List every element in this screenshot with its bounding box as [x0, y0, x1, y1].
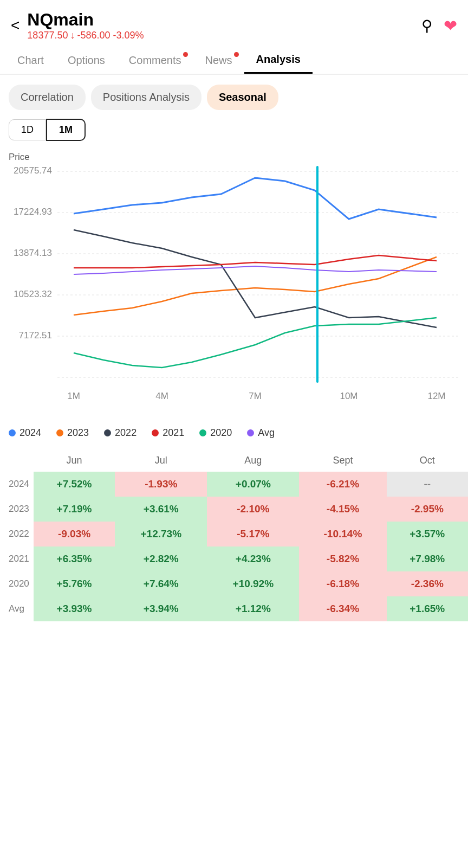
table-row: 2020+5.76%+7.64%+10.92%-6.18%-2.36% — [0, 571, 468, 596]
legend-dot-2021 — [152, 429, 159, 436]
table-row: 2023+7.19%+3.61%-2.10%-4.15%-2.95% — [0, 497, 468, 522]
subtab-positions-analysis[interactable]: Positions Analysis — [91, 85, 202, 110]
chart-wrap: .grid-line { stroke: #e0e0e0; stroke-wid… — [9, 166, 459, 417]
legend-label-2021: 2021 — [162, 427, 184, 439]
legend-2024: 2024 — [9, 427, 41, 439]
table-cell-value: +6.35% — [34, 546, 115, 571]
seasonal-chart: .grid-line { stroke: #e0e0e0; stroke-wid… — [9, 166, 458, 415]
table-cell-value: -6.34% — [299, 596, 386, 621]
tab-news[interactable]: News — [193, 48, 244, 73]
table-cell-value: -5.17% — [207, 522, 299, 546]
table-cell-value: +7.64% — [115, 571, 207, 596]
comments-dot — [183, 52, 188, 57]
header-title-block: NQmain 18377.50 ↓ -586.00 -3.09% — [27, 10, 144, 41]
col-header-year — [0, 449, 34, 472]
table-cell-value: +10.92% — [207, 571, 299, 596]
table-row: 2024+7.52%-1.93%+0.07%-6.21%-- — [0, 472, 468, 497]
table-row: 2022-9.03%+12.73%-5.17%-10.14%+3.57% — [0, 522, 468, 546]
table-cell-value: +3.57% — [387, 522, 468, 546]
table-cell-value: +1.65% — [387, 596, 468, 621]
search-icon[interactable]: ⚲ — [421, 17, 433, 35]
price-arrow: ↓ — [70, 30, 75, 41]
table-row: Avg+3.93%+3.94%+1.12%-6.34%+1.65% — [0, 596, 468, 621]
chart-container: Price .grid-line { stroke: #e0e0e0; stro… — [0, 146, 468, 417]
tab-chart[interactable]: Chart — [5, 48, 56, 73]
table-cell-value: +7.52% — [34, 472, 115, 497]
legend-label-2020: 2020 — [210, 427, 232, 439]
table-cell-year: 2023 — [0, 497, 34, 522]
tab-options[interactable]: Options — [56, 48, 117, 73]
chart-price-label: Price — [9, 152, 459, 163]
table-cell-value: +3.61% — [115, 497, 207, 522]
header-right: ⚲ ❤ — [421, 16, 457, 35]
legend-label-2022: 2022 — [115, 427, 136, 439]
time-buttons: 1D 1M — [0, 115, 468, 146]
table-cell-year: 2020 — [0, 571, 34, 596]
table-cell-value: +1.12% — [207, 596, 299, 621]
legend-2022: 2022 — [104, 427, 136, 439]
table-cell-year: 2022 — [0, 522, 34, 546]
legend: 2024 2023 2022 2021 2020 Avg — [0, 417, 468, 444]
col-header-aug: Aug — [207, 449, 299, 472]
legend-2021: 2021 — [152, 427, 184, 439]
svg-text:7M: 7M — [249, 391, 262, 401]
news-dot — [234, 52, 239, 57]
tab-comments[interactable]: Comments — [117, 48, 193, 73]
svg-text:17224.93: 17224.93 — [14, 207, 52, 217]
subtab-seasonal[interactable]: Seasonal — [207, 85, 278, 110]
table-cell-value: +4.23% — [207, 546, 299, 571]
table-cell-value: -9.03% — [34, 522, 115, 546]
legend-avg: Avg — [247, 427, 275, 439]
table-row: 2021+6.35%+2.82%+4.23%-5.82%+7.98% — [0, 546, 468, 571]
table-cell-value: -6.18% — [299, 571, 386, 596]
table-cell-year: Avg — [0, 596, 34, 621]
legend-label-avg: Avg — [258, 427, 275, 439]
table-cell-value: +5.76% — [34, 571, 115, 596]
price-change: -586.00 -3.09% — [77, 30, 144, 41]
time-1d[interactable]: 1D — [9, 119, 46, 140]
stock-title: NQmain — [27, 10, 144, 30]
col-header-sept: Sept — [299, 449, 386, 472]
table-cell-value: -10.14% — [299, 522, 386, 546]
table-cell-value: +0.07% — [207, 472, 299, 497]
table-cell-value: +3.94% — [115, 596, 207, 621]
legend-dot-2024 — [9, 429, 16, 436]
tab-analysis[interactable]: Analysis — [244, 47, 313, 74]
svg-text:4M: 4M — [155, 391, 168, 401]
time-1m[interactable]: 1M — [46, 119, 86, 141]
svg-rect-16 — [316, 166, 318, 383]
table-cell-value: -2.95% — [387, 497, 468, 522]
table-cell-value: +12.73% — [115, 522, 207, 546]
col-header-jul: Jul — [115, 449, 207, 472]
table-cell-value: +3.93% — [34, 596, 115, 621]
heart-icon[interactable]: ❤ — [444, 16, 457, 35]
legend-2023: 2023 — [56, 427, 89, 439]
svg-text:13874.13: 13874.13 — [14, 248, 52, 258]
table-cell-value: +2.82% — [115, 546, 207, 571]
col-header-oct: Oct — [387, 449, 468, 472]
svg-text:10523.32: 10523.32 — [14, 289, 52, 299]
legend-dot-2020 — [199, 429, 206, 436]
table-cell-value: -4.15% — [299, 497, 386, 522]
header-left: < NQmain 18377.50 ↓ -586.00 -3.09% — [11, 10, 144, 41]
header: < NQmain 18377.50 ↓ -586.00 -3.09% ⚲ ❤ — [0, 0, 468, 47]
legend-label-2023: 2023 — [67, 427, 89, 439]
svg-text:20575.74: 20575.74 — [14, 166, 52, 176]
legend-2020: 2020 — [199, 427, 232, 439]
price-value: 18377.50 — [27, 30, 68, 41]
table-cell-value: -2.10% — [207, 497, 299, 522]
legend-label-2024: 2024 — [20, 427, 41, 439]
back-button[interactable]: < — [11, 17, 20, 34]
subtab-correlation[interactable]: Correlation — [9, 85, 86, 110]
table-cell-value: -5.82% — [299, 546, 386, 571]
table-cell-year: 2024 — [0, 472, 34, 497]
table-cell-value: +7.19% — [34, 497, 115, 522]
table-cell-year: 2021 — [0, 546, 34, 571]
sub-tabs: Correlation Positions Analysis Seasonal — [0, 75, 468, 115]
performance-table: Jun Jul Aug Sept Oct 2024+7.52%-1.93%+0.… — [0, 444, 468, 638]
legend-dot-2022 — [104, 429, 111, 436]
table-cell-value: -6.21% — [299, 472, 386, 497]
table-cell-value: -2.36% — [387, 571, 468, 596]
svg-text:1M: 1M — [67, 391, 80, 401]
svg-text:7172.51: 7172.51 — [19, 330, 52, 340]
